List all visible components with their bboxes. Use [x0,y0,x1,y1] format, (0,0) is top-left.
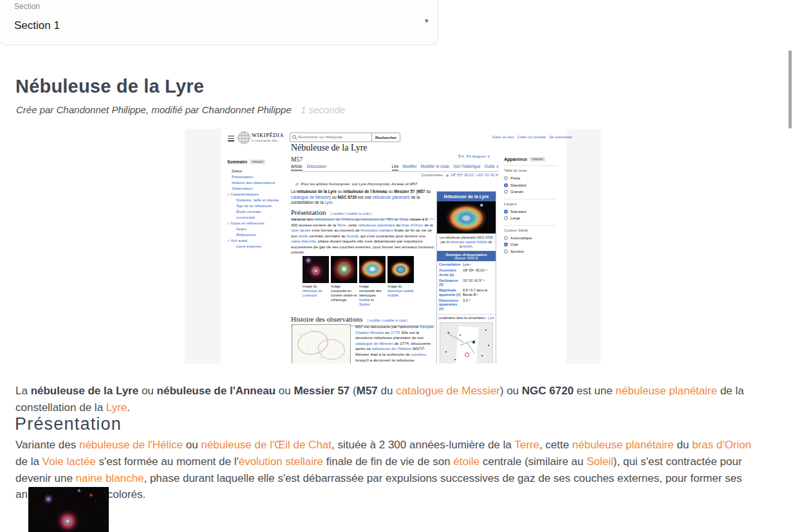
text-segment: centrale (similaire au [308,234,348,238]
text-segment: est une [574,385,615,397]
wiki-article-title: Nébuleuse de la Lyre [291,143,368,153]
text-bold: nébuleuse de l'Anneau [343,189,387,194]
text-bold: M57 [417,189,425,194]
text-segment: Image composite des télescopes. [359,284,382,297]
text-link: Soleil [347,234,357,238]
text-link: nébuleuse de l'Haltère [371,346,411,351]
section-select-value[interactable]: Section 1 [14,19,60,32]
radio-group: Standard Large [504,208,557,222]
text-link: Charles Messier [355,330,384,335]
wiki-infobox: Nébuleuse de la Lyre La nébuleuse planét… [436,191,496,363]
text-link[interactable]: étoile [453,455,480,468]
text-segment: . [127,401,130,414]
wiki-account-link: Se connecter [549,135,572,139]
gallery-caption: Image composite en lumière visible et in… [331,284,357,302]
toc-list: DébutPrésentationHistoire des observatio… [227,169,288,250]
page-scrollbar[interactable] [787,0,793,532]
nebula-image [387,256,414,283]
text-segment: du [378,385,396,397]
menu-icon [228,136,234,143]
text-link: nébuleuse de l'Œil de Chat [360,217,408,221]
toc-item: Étoile centrale [227,209,288,215]
constellation-map-image [440,322,493,364]
text-link: naine blanche [291,239,316,243]
text-link: Lyre [324,200,332,205]
toc-hide-button: masquer [250,160,265,164]
text-segment: du [395,223,402,227]
gallery-figure: Image du télescope de Liverpool [303,256,329,307]
wiki-tabs-row: ArticleDiscussion LireModifierModifier l… [291,164,499,172]
byline-text: Crée par Chandonnet Philippe, modifié pa… [16,104,292,115]
text-link: télescope de Liverpool [303,289,322,297]
wiki-toc: Sommaire masquer DébutPrésentationHistoi… [227,160,288,250]
appearance-group: Largeur Standard Large [504,199,557,222]
radio-icon [504,243,508,246]
radio-icon [504,210,508,214]
toc-item: Voir aussi [227,238,288,244]
toc-title: Sommaire [227,160,247,164]
scrollbar-thumb[interactable] [788,50,792,129]
text-link[interactable]: Lyre [106,401,127,414]
text-segment: Variante des [291,217,314,221]
text-segment: de la [15,455,42,468]
text-segment: La [291,189,297,194]
text-link: bras d'Orion [402,223,424,227]
toc-item: Observation [227,186,288,192]
text-link[interactable]: nébuleuse planétaire [572,439,674,451]
wiki-paragraph: Variante des nébuleuses de l'Hélice ou n… [291,217,435,255]
text-link[interactable]: nébuleuse planétaire [615,385,717,397]
wikipedia-globe-logo [238,131,250,144]
wiki-page-tabs: ArticleDiscussion [291,164,326,170]
ring-nebula-photo[interactable] [28,487,109,532]
wikipedia-screenshot-image[interactable]: WIKIPÉDIA L'encyclopédie libre Recherche… [185,129,601,363]
wiki-hatnote: ⇄ Pour les articles homonymes, voir Lyre… [295,182,489,186]
text-link[interactable]: évolution stellaire [239,455,323,468]
redirect-icon: ⇄ [295,182,299,186]
radio-option: Petite [504,175,557,182]
wiki-tab: Outils ∨ [485,164,499,170]
text-link: télescope spatial Hubble [450,240,487,244]
text-link: Hubble [359,298,370,302]
chevron-down-icon[interactable]: ▾ [425,17,429,25]
nebula-image [359,256,386,283]
chevron-down-icon: ∨ [487,154,490,158]
text-segment: est une [357,195,372,199]
wiki-search-placeholder: Rechercher sur Wikipédia [298,135,342,139]
text-link[interactable]: bras d'Orion [692,439,751,451]
text-segment: . [332,200,333,205]
text-link: Voie lactée [291,228,310,232]
radio-option: Grande [504,188,557,196]
starfield [28,487,29,488]
text-link[interactable]: catalogue de Messier [396,385,500,397]
text-link[interactable]: Soleil [586,455,613,468]
doc-paragraph-1: La nébuleuse de la Lyre ou nébuleuse de … [15,383,766,416]
infobox-row: Ascension droite (α) 18ʰ 53ᵐ 35,01ˢ ² [439,268,494,277]
text-link[interactable]: Terre [514,439,539,451]
text-link[interactable]: Voie lactée [42,455,96,468]
toc-item: Distance, taille et vitesse [227,197,288,203]
text-segment: du [674,439,692,451]
text-segment: finale de fin de vie de son [323,455,453,468]
text-segment: ( [350,385,356,397]
text-link: télescope spatial Hubble [387,289,413,297]
radio-option: Standard [504,182,557,189]
text-segment: ou [354,217,360,221]
text-link: nébuleuses de l'Hélice [314,217,354,221]
text-link[interactable]: nébuleuse de l'Hélice [79,439,183,451]
toc-item: Début [227,169,288,174]
text-link[interactable]: nébuleuse de l'Œil de Chat [201,439,331,451]
wiki-lead-paragraph: La nébuleuse de la Lyre ou nébuleuse de … [291,189,435,206]
text-segment: ou [337,189,344,194]
text-link[interactable]: naine blanche [76,472,144,484]
gallery-figure: Image composite des télescopes. Hubble e… [359,256,386,307]
infobox-row: Déclinaison (δ) 33° 01′ 42,9″ ² [439,279,494,287]
toc-item: Présentation [227,174,288,180]
wiki-tab: Discussion [307,164,326,170]
wiki-history-paragraph: M57 est découverte par l'astronome franç… [355,324,436,363]
gallery-figure: Image composite en lumière visible et in… [331,256,357,307]
text-link: nébuleuse planétaire [358,223,395,227]
section-select[interactable]: Section Section 1 ▾ [0,0,438,45]
text-segment: et [370,298,374,302]
toc-item: Liens externes [227,244,288,250]
radio-icon [504,250,508,253]
